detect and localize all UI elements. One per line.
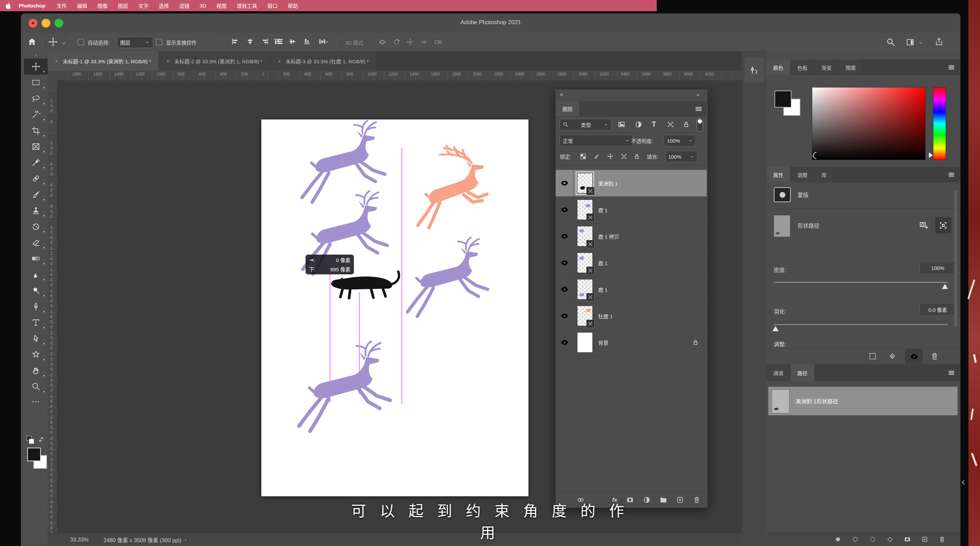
document-tab-2[interactable]: ×未标题-2 @ 33.3% (美洲豹 1, RGB/8) * [159, 51, 270, 71]
tab-paths[interactable]: 路径 [791, 364, 815, 381]
menu-view[interactable]: 视图 [211, 2, 232, 9]
menu-3d[interactable]: 3D [194, 3, 211, 8]
fill-path-icon[interactable] [834, 536, 842, 543]
auto-select-checkbox[interactable] [78, 39, 84, 45]
tool-healing-brush[interactable] [24, 170, 48, 186]
3d-pan-icon[interactable] [406, 38, 414, 46]
delete-path-icon[interactable] [939, 536, 946, 543]
add-mask-icon[interactable] [904, 536, 911, 543]
tool-hand[interactable] [24, 363, 48, 379]
layer-row-deer3[interactable]: 鹿 1 [556, 276, 707, 303]
3d-slide-icon[interactable] [420, 38, 428, 46]
lock-position-icon[interactable] [607, 153, 614, 160]
auto-select-dropdown[interactable]: 图层 [117, 37, 153, 48]
hue-slider[interactable] [933, 87, 946, 160]
menu-select[interactable]: 选择 [153, 2, 174, 9]
menu-window[interactable]: 窗口 [262, 2, 283, 9]
layer-name[interactable]: 鹿 1 [598, 286, 608, 293]
saturation-brightness-field[interactable] [812, 87, 926, 160]
align-h-centers-icon[interactable] [247, 38, 254, 45]
layer-thumbnail[interactable] [577, 332, 593, 353]
purple-deer-bottom[interactable] [299, 341, 390, 431]
foreground-color-swatch[interactable] [27, 447, 47, 469]
new-group-icon[interactable] [659, 496, 667, 504]
layer-row-jaguar[interactable]: 美洲豹 1 [556, 170, 707, 197]
tool-frame[interactable] [24, 138, 48, 154]
visibility-toggle[interactable] [556, 276, 574, 302]
layer-row-stag[interactable]: 牡鹿 1 [556, 302, 707, 330]
shape-path-thumbnail[interactable] [774, 215, 790, 237]
menu-plugins[interactable]: 增效工具 [232, 2, 262, 9]
layer-thumbnail[interactable] [577, 199, 593, 220]
tab-color[interactable]: 颜色 [766, 60, 791, 75]
visibility-toggle[interactable] [556, 223, 574, 250]
adjustment-layer-icon[interactable] [643, 496, 651, 504]
tool-brush[interactable] [24, 186, 48, 202]
feather-slider-knob[interactable] [772, 326, 778, 331]
visibility-toggle[interactable] [556, 170, 574, 196]
jaguar-silhouette[interactable] [331, 272, 399, 298]
chevron-down-icon[interactable] [918, 40, 924, 46]
3d-orbit-icon[interactable] [379, 38, 386, 46]
selection-as-path-icon[interactable] [886, 536, 894, 543]
menu-image[interactable]: 图像 [92, 2, 113, 9]
visibility-toggle[interactable] [556, 302, 574, 329]
move-tool-preset[interactable] [48, 37, 58, 47]
tab-patterns[interactable]: 图案 [839, 60, 863, 75]
menu-type[interactable]: 文字 [133, 2, 153, 9]
filter-shape-icon[interactable] [667, 121, 675, 128]
foreground-color-well[interactable] [775, 91, 800, 116]
visibility-toggle[interactable] [556, 196, 574, 223]
new-layer-icon[interactable] [676, 496, 684, 504]
more-options-button[interactable] [320, 37, 329, 46]
layer-row-deer1[interactable]: 鹿 1 [556, 196, 707, 223]
close-icon[interactable]: × [166, 58, 169, 64]
feather-slider[interactable] [774, 324, 948, 325]
layer-thumbnail[interactable] [577, 173, 593, 193]
density-slider[interactable] [774, 282, 948, 283]
path-thumbnail[interactable] [772, 389, 789, 413]
visibility-toggle[interactable] [556, 250, 574, 276]
3d-camera-icon[interactable] [434, 38, 442, 46]
document-tab-1[interactable]: ×未标题-1 @ 33.3% (美洲豹 1, RGB/8) * [48, 51, 159, 71]
tool-crop[interactable] [24, 123, 48, 138]
close-panel-icon[interactable]: × [560, 92, 563, 99]
opacity-field[interactable]: 100% [664, 135, 696, 146]
mask-visibility-button[interactable] [905, 349, 923, 364]
horizontal-ruler[interactable]: 1800160014001200100080060040020002004006… [57, 71, 742, 81]
layer-name[interactable]: 背景 [598, 339, 608, 346]
lock-artboard-icon[interactable] [620, 153, 627, 160]
close-icon[interactable]: × [278, 58, 281, 64]
tool-path-select[interactable] [24, 331, 48, 347]
home-button[interactable] [27, 37, 37, 47]
path-operations-button[interactable] [935, 217, 951, 234]
tab-layers[interactable]: 图层 [556, 101, 580, 116]
add-vector-mask-icon[interactable] [919, 220, 929, 230]
stroke-path-icon[interactable] [852, 536, 859, 543]
layer-name[interactable]: 鹿 1 拷贝 [598, 233, 619, 240]
visibility-toggle[interactable] [556, 329, 574, 356]
ruler-origin-corner[interactable] [48, 71, 57, 81]
tool-smudge[interactable] [24, 267, 48, 283]
panel-menu-icon[interactable] [695, 105, 703, 113]
layer-name[interactable]: 鹿 1 [598, 259, 608, 267]
apple-menu[interactable] [0, 2, 16, 9]
default-colors-button[interactable] [27, 436, 34, 444]
fill-field[interactable]: 100% [665, 151, 697, 162]
panel-menu-icon[interactable] [947, 369, 956, 377]
filter-adjustment-icon[interactable] [635, 121, 643, 128]
align-bottom-edges-icon[interactable] [304, 38, 311, 45]
menu-help[interactable]: 帮助 [283, 2, 303, 9]
tool-eraser[interactable] [24, 234, 48, 250]
tab-properties[interactable]: 属性 [766, 167, 791, 183]
lock-pixels-icon[interactable] [593, 153, 600, 160]
layer-filter-dropdown[interactable]: 类型 [560, 119, 611, 131]
tab-libraries[interactable]: 库 [815, 167, 834, 183]
3d-roll-icon[interactable] [392, 38, 400, 46]
filter-toggle[interactable] [697, 118, 703, 132]
window-titlebar[interactable]: Adobe Photoshop 2021 [21, 14, 960, 33]
menu-file[interactable]: 文件 [51, 2, 72, 9]
menu-edit[interactable]: 编辑 [72, 2, 92, 9]
layer-thumbnail[interactable] [577, 306, 593, 326]
purple-deer-right[interactable] [408, 237, 488, 317]
